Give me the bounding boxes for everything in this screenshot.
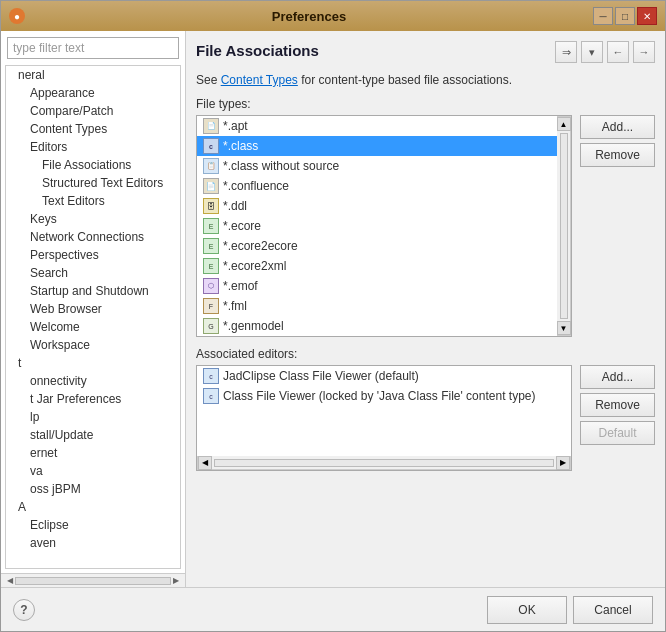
tree-item-a[interactable]: A (6, 498, 180, 516)
tree-item-eclipse[interactable]: Eclipse (6, 516, 180, 534)
file-types-label: File types: (196, 97, 655, 111)
tree-item-keys[interactable]: Keys (6, 210, 180, 228)
app-icon: ● (9, 8, 25, 24)
v-scroll-up[interactable]: ▲ (557, 117, 571, 131)
tree-item-text-editors[interactable]: Text Editors (6, 192, 180, 210)
associated-editors-container: c JadClipse Class File Viewer (default) … (196, 365, 572, 471)
associated-editors-area: c JadClipse Class File Viewer (default) … (196, 365, 655, 471)
tree-item-appearance[interactable]: Appearance (6, 84, 180, 102)
h-scroll-bar-track (214, 459, 554, 467)
v-scroll-track (560, 133, 568, 319)
v-scroll-down[interactable]: ▼ (557, 321, 571, 335)
assoc-list-with-scroll: c JadClipse Class File Viewer (default) … (197, 366, 571, 456)
assoc-editors-remove-button[interactable]: Remove (580, 393, 655, 417)
file-icon-ecore2ecore: E (203, 238, 219, 254)
tree-item-welcome[interactable]: Welcome (6, 318, 180, 336)
h-scroll-left-arrow[interactable]: ◀ (5, 576, 15, 585)
tree-item-t[interactable]: t (6, 354, 180, 372)
left-panel: neral Appearance Compare/Patch Content T… (1, 31, 186, 587)
tree-item-ernet[interactable]: ernet (6, 444, 180, 462)
bottom-action-buttons: OK Cancel (487, 596, 653, 624)
tree-item-perspectives[interactable]: Perspectives (6, 246, 180, 264)
tree-item-oss-jbpm[interactable]: oss jBPM (6, 480, 180, 498)
file-icon-apt: 📄 (203, 118, 219, 134)
file-type-emof[interactable]: ⬡ *.emof (197, 276, 557, 296)
toolbar-forward-btn[interactable]: ⇒ (555, 41, 577, 63)
tree-item-startup-shutdown[interactable]: Startup and Shutdown (6, 282, 180, 300)
h-scroll-left-btn[interactable]: ◀ (198, 456, 212, 470)
content-types-desc: See Content Types for content-type based… (196, 73, 655, 87)
file-type-fml[interactable]: F *.fml (197, 296, 557, 316)
tree-h-scrollbar[interactable]: ◀ ▶ (1, 573, 185, 587)
tree-item-structured-text-editors[interactable]: Structured Text Editors (6, 174, 180, 192)
assoc-editor-classfileviewer[interactable]: c Class File Viewer (locked by 'Java Cla… (197, 386, 571, 406)
file-icon-genmodel: G (203, 318, 219, 334)
assoc-editors-add-button[interactable]: Add... (580, 365, 655, 389)
file-icon-fml: F (203, 298, 219, 314)
assoc-editor-jadclipse[interactable]: c JadClipse Class File Viewer (default) (197, 366, 571, 386)
content-types-link[interactable]: Content Types (221, 73, 298, 87)
file-icon-confluence: 📄 (203, 178, 219, 194)
file-type-ecore2ecore[interactable]: E *.ecore2ecore (197, 236, 557, 256)
file-types-v-scrollbar[interactable]: ▲ ▼ (557, 116, 571, 336)
assoc-list-content: c JadClipse Class File Viewer (default) … (197, 366, 571, 456)
filter-input[interactable] (7, 37, 179, 59)
window-controls: ─ □ ✕ (593, 7, 657, 25)
file-icon-ecore2xml: E (203, 258, 219, 274)
associated-editors-label: Associated editors: (196, 347, 655, 361)
window-title: Preferences (25, 9, 593, 24)
tree-item-lp[interactable]: lp (6, 408, 180, 426)
help-button[interactable]: ? (13, 599, 35, 621)
file-icon-class-no-src: 📋 (203, 158, 219, 174)
preferences-window: ● Preferences ─ □ ✕ neral Appearance Com… (0, 0, 666, 632)
restore-button[interactable]: □ (615, 7, 635, 25)
tree-item-network-connections[interactable]: Network Connections (6, 228, 180, 246)
toolbar-dropdown-btn[interactable]: ▾ (581, 41, 603, 63)
tree-item-neral[interactable]: neral (6, 66, 180, 84)
main-content: neral Appearance Compare/Patch Content T… (1, 31, 665, 587)
h-scroll-right-arrow[interactable]: ▶ (171, 576, 181, 585)
file-list-content: 📄 *.apt c *.class 📋 *.class without sour… (197, 116, 557, 336)
toolbar-back-btn[interactable]: ← (607, 41, 629, 63)
tree-item-web-browser[interactable]: Web Browser (6, 300, 180, 318)
tree-container[interactable]: neral Appearance Compare/Patch Content T… (5, 65, 181, 569)
ok-button[interactable]: OK (487, 596, 567, 624)
tree-item-file-associations[interactable]: File Associations (6, 156, 180, 174)
panel-title: File Associations (196, 42, 319, 59)
file-icon-class: c (203, 138, 219, 154)
tree-item-onnectivity[interactable]: onnectivity (6, 372, 180, 390)
minimize-button[interactable]: ─ (593, 7, 613, 25)
file-type-ecore2xml[interactable]: E *.ecore2xml (197, 256, 557, 276)
tree-item-workspace[interactable]: Workspace (6, 336, 180, 354)
tree-item-editors[interactable]: Editors (6, 138, 180, 156)
tree-item-jar-preferences[interactable]: t Jar Preferences (6, 390, 180, 408)
tree-item-aven[interactable]: aven (6, 534, 180, 552)
file-types-add-button[interactable]: Add... (580, 115, 655, 139)
assoc-h-scrollbar[interactable]: ◀ ▶ (197, 456, 571, 470)
file-type-apt[interactable]: 📄 *.apt (197, 116, 557, 136)
file-type-ecore[interactable]: E *.ecore (197, 216, 557, 236)
file-type-class-no-src[interactable]: 📋 *.class without source (197, 156, 557, 176)
file-type-class[interactable]: c *.class (197, 136, 557, 156)
assoc-icon-jadclipse: c (203, 368, 219, 384)
tree-item-search[interactable]: Search (6, 264, 180, 282)
assoc-icon-classfileviewer: c (203, 388, 219, 404)
assoc-editors-default-button[interactable]: Default (580, 421, 655, 445)
tree-item-content-types[interactable]: Content Types (6, 120, 180, 138)
toolbar-forward2-btn[interactable]: → (633, 41, 655, 63)
file-types-buttons: Add... Remove (580, 115, 655, 337)
right-toolbar: ⇒ ▾ ← → (555, 41, 655, 63)
file-type-confluence[interactable]: 📄 *.confluence (197, 176, 557, 196)
file-icon-emof: ⬡ (203, 278, 219, 294)
file-type-ddl[interactable]: 🗄 *.ddl (197, 196, 557, 216)
file-types-area: 📄 *.apt c *.class 📋 *.class without sour… (196, 115, 655, 337)
h-scroll-right-btn[interactable]: ▶ (556, 456, 570, 470)
tree-item-compare-patch[interactable]: Compare/Patch (6, 102, 180, 120)
file-types-remove-button[interactable]: Remove (580, 143, 655, 167)
cancel-button[interactable]: Cancel (573, 596, 653, 624)
tree-item-install-update[interactable]: stall/Update (6, 426, 180, 444)
file-list-with-scroll: 📄 *.apt c *.class 📋 *.class without sour… (197, 116, 571, 336)
tree-item-va[interactable]: va (6, 462, 180, 480)
close-button[interactable]: ✕ (637, 7, 657, 25)
file-type-genmodel[interactable]: G *.genmodel (197, 316, 557, 336)
